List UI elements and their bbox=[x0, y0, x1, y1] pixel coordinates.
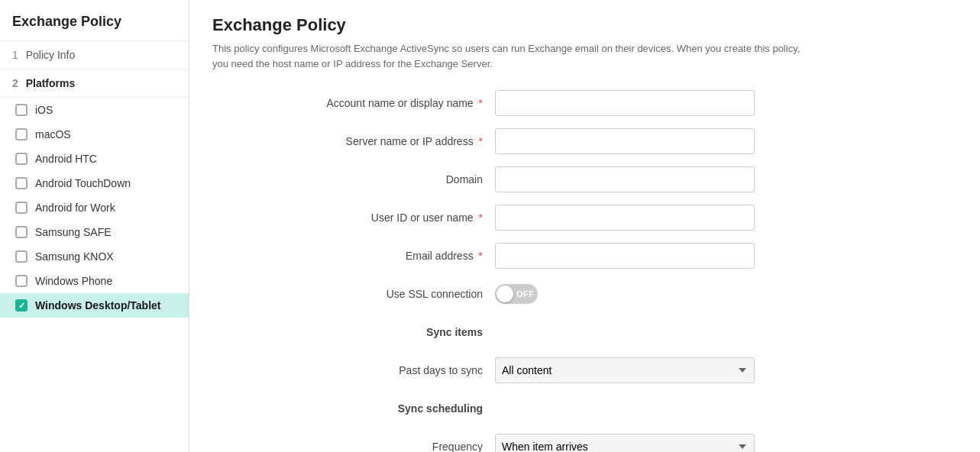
platform-label-windows-desktop: Windows Desktop/Tablet bbox=[35, 299, 161, 312]
account-name-label: Account name or display name * bbox=[212, 97, 495, 109]
frequency-select[interactable]: When item arrives Every 15 minutes Every… bbox=[495, 434, 755, 452]
checkbox-android-htc bbox=[15, 153, 27, 165]
ssl-toggle[interactable]: OFF bbox=[495, 284, 538, 304]
ssl-row: Use SSL connection OFF bbox=[212, 280, 957, 308]
sync-items-label: Sync items bbox=[212, 326, 495, 338]
toggle-knob bbox=[496, 286, 513, 302]
email-label: Email address * bbox=[212, 250, 495, 262]
sidebar-item-macos[interactable]: macOS bbox=[0, 122, 189, 147]
sync-scheduling-label: Sync scheduling bbox=[212, 402, 495, 415]
checkbox-android-touchdown bbox=[15, 177, 27, 189]
sidebar: Exchange Policy 1 Policy Info 2 Platform… bbox=[0, 0, 189, 452]
checkbox-windows-phone bbox=[15, 275, 27, 287]
ssl-toggle-container: OFF bbox=[495, 284, 538, 304]
server-name-label: Server name or IP address * bbox=[212, 135, 495, 147]
sidebar-step-2[interactable]: 2 Platforms bbox=[0, 69, 189, 98]
ssl-label: Use SSL connection bbox=[212, 288, 495, 300]
platform-label-windows-phone: Windows Phone bbox=[35, 275, 112, 287]
toggle-off-label: OFF bbox=[516, 289, 535, 299]
step-1-num: 1 bbox=[12, 49, 18, 61]
checkbox-samsung-knox bbox=[15, 250, 27, 263]
frequency-row: Frequency When item arrives Every 15 min… bbox=[212, 433, 957, 452]
platform-label-samsung-knox: Samsung KNOX bbox=[35, 250, 114, 263]
platform-label-macos: macOS bbox=[35, 128, 71, 140]
server-name-row: Server name or IP address * bbox=[212, 128, 957, 155]
checkbox-ios bbox=[15, 104, 27, 116]
checkbox-windows-desktop bbox=[15, 299, 27, 312]
checkbox-android-for-work bbox=[15, 202, 27, 214]
sidebar-item-samsung-safe[interactable]: Samsung SAFE bbox=[0, 220, 189, 244]
platform-list: iOSmacOSAndroid HTCAndroid TouchDownAndr… bbox=[0, 98, 189, 318]
main-content: Exchange Policy This policy configures M… bbox=[189, 0, 980, 452]
sidebar-item-android-touchdown[interactable]: Android TouchDown bbox=[0, 171, 189, 195]
past-days-label: Past days to sync bbox=[212, 364, 495, 376]
sidebar-item-windows-phone[interactable]: Windows Phone bbox=[0, 269, 189, 293]
server-name-input[interactable] bbox=[495, 128, 755, 154]
platform-label-samsung-safe: Samsung SAFE bbox=[35, 226, 112, 238]
sidebar-step-1[interactable]: 1 Policy Info bbox=[0, 41, 189, 69]
frequency-label: Frequency bbox=[212, 441, 495, 452]
platform-label-android-touchdown: Android TouchDown bbox=[35, 177, 131, 189]
user-id-input[interactable] bbox=[495, 205, 755, 231]
email-input[interactable] bbox=[495, 243, 755, 269]
domain-label: Domain bbox=[212, 173, 495, 186]
account-name-row: Account name or display name * bbox=[212, 89, 957, 117]
sync-scheduling-header-row: Sync scheduling bbox=[212, 395, 957, 422]
sidebar-item-samsung-knox[interactable]: Samsung KNOX bbox=[0, 244, 189, 269]
step-1-label: Policy Info bbox=[26, 49, 76, 61]
user-id-label: User ID or user name * bbox=[212, 211, 495, 224]
page-title: Exchange Policy bbox=[212, 15, 957, 35]
sidebar-item-windows-desktop[interactable]: Windows Desktop/Tablet bbox=[0, 293, 189, 318]
account-name-input[interactable] bbox=[495, 90, 755, 116]
platform-label-android-for-work: Android for Work bbox=[35, 202, 115, 214]
past-days-select[interactable]: All content 1 day 3 days 1 week 2 weeks … bbox=[495, 357, 755, 383]
platform-label-android-htc: Android HTC bbox=[35, 153, 97, 165]
sidebar-title: Exchange Policy bbox=[0, 0, 189, 41]
page-description: This policy configures Microsoft Exchang… bbox=[212, 41, 808, 71]
sync-items-header-row: Sync items bbox=[212, 318, 957, 346]
form-section: Account name or display name * Server na… bbox=[212, 89, 957, 452]
user-id-row: User ID or user name * bbox=[212, 204, 957, 231]
email-row: Email address * bbox=[212, 242, 957, 270]
checkbox-macos bbox=[15, 128, 27, 140]
domain-input[interactable] bbox=[495, 166, 755, 192]
sidebar-item-ios[interactable]: iOS bbox=[0, 98, 189, 122]
domain-row: Domain bbox=[212, 166, 957, 193]
sidebar-item-android-htc[interactable]: Android HTC bbox=[0, 147, 189, 171]
sidebar-item-android-for-work[interactable]: Android for Work bbox=[0, 195, 189, 220]
step-2-label: Platforms bbox=[26, 77, 76, 89]
step-2-num: 2 bbox=[12, 77, 18, 89]
checkbox-samsung-safe bbox=[15, 226, 27, 238]
past-days-row: Past days to sync All content 1 day 3 da… bbox=[212, 357, 957, 384]
platform-label-ios: iOS bbox=[35, 104, 53, 116]
